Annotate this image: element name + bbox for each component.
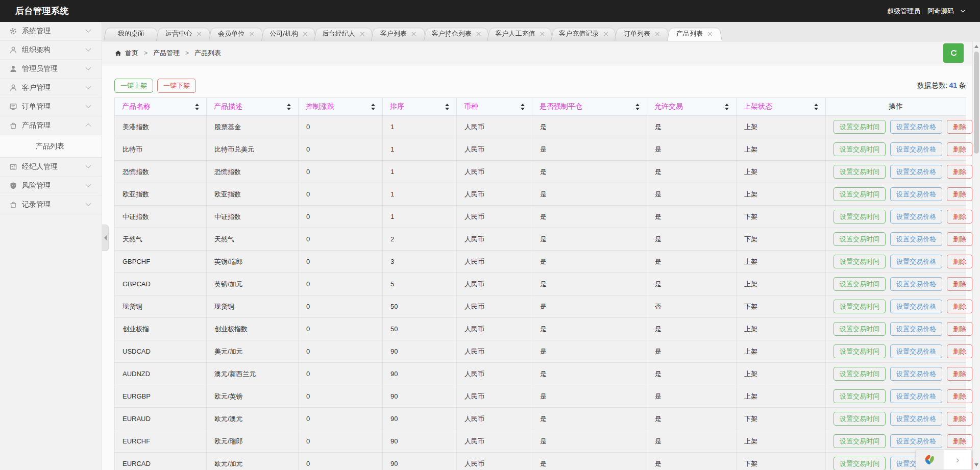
set-trade-price-button[interactable]: 设置交易价格 bbox=[890, 434, 942, 448]
delete-button[interactable]: 删除 bbox=[947, 120, 972, 134]
column-header[interactable]: 控制涨跌 bbox=[299, 98, 383, 116]
set-trade-time-button[interactable]: 设置交易时间 bbox=[834, 277, 886, 291]
sidebar-item[interactable]: 记录管理 bbox=[0, 195, 102, 214]
delete-button[interactable]: 删除 bbox=[947, 300, 972, 313]
batch-off-shelf-button[interactable]: 一键下架 bbox=[157, 79, 196, 93]
set-trade-time-button[interactable]: 设置交易时间 bbox=[834, 344, 886, 358]
delete-button[interactable]: 删除 bbox=[947, 322, 972, 336]
set-trade-price-button[interactable]: 设置交易价格 bbox=[890, 120, 942, 134]
set-trade-price-button[interactable]: 设置交易价格 bbox=[890, 165, 942, 179]
tab[interactable]: 我的桌面 bbox=[104, 27, 159, 41]
set-trade-price-button[interactable]: 设置交易价格 bbox=[890, 300, 942, 313]
tab[interactable]: 订单列表 × bbox=[615, 27, 670, 41]
set-trade-time-button[interactable]: 设置交易时间 bbox=[834, 412, 886, 426]
breadcrumb-home[interactable]: 首页 bbox=[114, 48, 138, 58]
sidebar-item[interactable]: 风险管理 bbox=[0, 177, 102, 195]
column-header[interactable]: 产品描述 bbox=[207, 98, 299, 116]
set-trade-time-button[interactable]: 设置交易时间 bbox=[834, 322, 886, 336]
delete-button[interactable]: 删除 bbox=[947, 367, 972, 381]
delete-button[interactable]: 删除 bbox=[947, 434, 972, 448]
delete-button[interactable]: 删除 bbox=[947, 232, 972, 246]
tab[interactable]: 客户列表 × bbox=[371, 27, 426, 41]
set-trade-time-button[interactable]: 设置交易时间 bbox=[834, 142, 886, 156]
set-trade-price-button[interactable]: 设置交易价格 bbox=[890, 187, 942, 201]
tab-close-icon[interactable]: × bbox=[654, 30, 660, 37]
delete-button[interactable]: 删除 bbox=[947, 277, 972, 291]
sort-icon[interactable] bbox=[195, 104, 199, 110]
tab-close-icon[interactable]: × bbox=[196, 30, 202, 37]
set-trade-time-button[interactable]: 设置交易时间 bbox=[834, 457, 886, 470]
sidebar-item[interactable]: 产品列表 bbox=[0, 135, 102, 158]
delete-button[interactable]: 删除 bbox=[947, 142, 972, 156]
delete-button[interactable]: 删除 bbox=[947, 389, 972, 403]
sort-icon[interactable] bbox=[371, 104, 375, 110]
tab[interactable]: 客户人工充值 × bbox=[487, 27, 553, 41]
column-header[interactable]: 排序 bbox=[383, 98, 457, 116]
delete-button[interactable]: 删除 bbox=[947, 187, 972, 201]
tab[interactable]: 会员单位 × bbox=[209, 27, 264, 41]
column-header[interactable]: 上架状态 bbox=[737, 98, 826, 116]
set-trade-price-button[interactable]: 设置交易价格 bbox=[890, 389, 942, 403]
set-trade-price-button[interactable]: 设置交易价格 bbox=[890, 277, 942, 291]
tab[interactable]: 客户充值记录 × bbox=[551, 27, 617, 41]
tab-close-icon[interactable]: × bbox=[707, 30, 713, 37]
delete-button[interactable]: 删除 bbox=[947, 210, 972, 224]
set-trade-time-button[interactable]: 设置交易时间 bbox=[834, 120, 886, 134]
set-trade-time-button[interactable]: 设置交易时间 bbox=[834, 187, 886, 201]
tab[interactable]: 后台经纪人 × bbox=[314, 27, 374, 41]
tab-close-icon[interactable]: × bbox=[359, 30, 365, 37]
set-trade-time-button[interactable]: 设置交易时间 bbox=[834, 300, 886, 313]
sidebar-item[interactable]: 产品管理 bbox=[0, 116, 102, 135]
delete-button[interactable]: 删除 bbox=[947, 344, 972, 358]
sidebar-item[interactable]: 管理员管理 bbox=[0, 60, 102, 79]
set-trade-price-button[interactable]: 设置交易价格 bbox=[890, 210, 942, 224]
sort-icon[interactable] bbox=[725, 104, 729, 110]
tab-close-icon[interactable]: × bbox=[603, 30, 609, 37]
vertical-scrollbar[interactable] bbox=[972, 41, 980, 470]
scroll-up-icon[interactable] bbox=[974, 45, 978, 48]
column-header[interactable]: 币种 bbox=[457, 98, 532, 116]
set-trade-time-button[interactable]: 设置交易时间 bbox=[834, 255, 886, 268]
sort-icon[interactable] bbox=[635, 104, 640, 110]
sidebar-item[interactable]: 系统管理 bbox=[0, 22, 102, 41]
sidebar-item[interactable]: 组织架构 bbox=[0, 41, 102, 60]
tab-close-icon[interactable]: × bbox=[476, 30, 482, 37]
column-header[interactable]: 允许交易 bbox=[647, 98, 737, 116]
scrollbar-thumb[interactable] bbox=[974, 52, 979, 154]
set-trade-time-button[interactable]: 设置交易时间 bbox=[834, 165, 886, 179]
sidebar-item[interactable]: 经纪人管理 bbox=[0, 158, 102, 177]
sort-icon[interactable] bbox=[814, 104, 818, 110]
batch-on-shelf-button[interactable]: 一键上架 bbox=[114, 79, 153, 93]
set-trade-price-button[interactable]: 设置交易价格 bbox=[890, 367, 942, 381]
set-trade-time-button[interactable]: 设置交易时间 bbox=[834, 367, 886, 381]
tab-close-icon[interactable]: × bbox=[249, 30, 255, 37]
sort-icon[interactable] bbox=[287, 104, 291, 110]
set-trade-time-button[interactable]: 设置交易时间 bbox=[834, 232, 886, 246]
set-trade-time-button[interactable]: 设置交易时间 bbox=[834, 434, 886, 448]
tab[interactable]: 公司/机构 × bbox=[261, 27, 316, 41]
column-header[interactable]: 操作 bbox=[826, 98, 966, 116]
breadcrumb-level1[interactable]: 产品管理 bbox=[153, 48, 180, 58]
column-header[interactable]: 产品名称 bbox=[115, 98, 207, 116]
set-trade-time-button[interactable]: 设置交易时间 bbox=[834, 389, 886, 403]
sidebar-item[interactable]: 订单管理 bbox=[0, 97, 102, 116]
delete-button[interactable]: 删除 bbox=[947, 255, 972, 268]
tab[interactable]: 运营中心 × bbox=[156, 27, 211, 41]
column-header[interactable]: 是否强制平仓 bbox=[532, 98, 647, 116]
delete-button[interactable]: 删除 bbox=[947, 412, 972, 426]
sidebar-collapse-handle[interactable] bbox=[102, 225, 109, 251]
tab[interactable]: 产品列表 × bbox=[667, 27, 722, 41]
sidebar-item[interactable]: 客户管理 bbox=[0, 79, 102, 97]
user-menu[interactable]: 超级管理员 阿奇源码 bbox=[887, 7, 965, 16]
tab-close-icon[interactable]: × bbox=[411, 30, 417, 37]
sort-icon[interactable] bbox=[445, 104, 449, 110]
set-trade-price-button[interactable]: 设置交易价格 bbox=[890, 322, 942, 336]
scroll-down-icon[interactable] bbox=[974, 463, 978, 466]
set-trade-price-button[interactable]: 设置交易价格 bbox=[890, 344, 942, 358]
tab[interactable]: 客户持仓列表 × bbox=[424, 27, 490, 41]
widget-expand[interactable]: › bbox=[944, 450, 972, 469]
set-trade-time-button[interactable]: 设置交易时间 bbox=[834, 210, 886, 224]
tab-close-icon[interactable]: × bbox=[539, 30, 545, 37]
set-trade-price-button[interactable]: 设置交易价格 bbox=[890, 142, 942, 156]
set-trade-price-button[interactable]: 设置交易价格 bbox=[890, 412, 942, 426]
